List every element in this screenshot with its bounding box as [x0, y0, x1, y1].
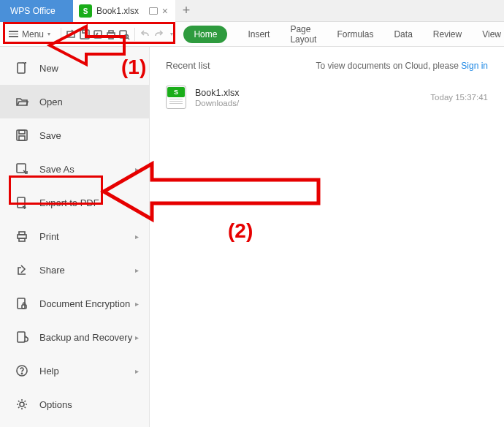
share-icon — [15, 262, 29, 277]
qat-print-preview-icon[interactable] — [92, 26, 104, 42]
ribbon-tab-data[interactable]: Data — [394, 29, 412, 39]
ribbon-tab-home[interactable]: Home — [183, 26, 227, 43]
qat-print-icon[interactable] — [105, 26, 117, 42]
hamburger-icon — [9, 31, 18, 37]
menu-item-options[interactable]: Options — [0, 388, 149, 421]
body-area: New Open Save Save As ▸ Export to PDF Pr… — [0, 47, 504, 427]
svg-point-21 — [21, 373, 22, 374]
menu-item-label: Backup and Recovery — [39, 332, 132, 343]
chevron-down-icon: ▾ — [47, 31, 50, 37]
new-tab-button[interactable]: + — [175, 0, 197, 21]
menu-item-label: New — [39, 63, 58, 74]
menu-item-label: Export to PDF — [39, 197, 99, 208]
tab-close-icon[interactable]: × — [162, 6, 168, 16]
svg-rect-18 — [22, 305, 26, 309]
menu-item-backup[interactable]: Backup and Recovery ▸ — [0, 320, 149, 354]
menu-item-label: Save As — [39, 164, 75, 175]
menu-item-label: Help — [39, 366, 59, 377]
svg-rect-17 — [18, 298, 25, 309]
toolbar: Menu ▾ ▾ Home Insert Page Layout Formula… — [0, 22, 504, 47]
ribbon-tab-formulas[interactable]: Formulas — [337, 29, 373, 39]
document-tab[interactable]: S Book1.xlsx × — [73, 0, 175, 22]
menu-item-save-as[interactable]: Save As ▸ — [0, 152, 149, 186]
menu-item-label: Save — [39, 130, 61, 141]
menu-item-label: Open — [39, 97, 63, 107]
svg-rect-15 — [19, 232, 25, 235]
redo-icon[interactable] — [153, 26, 164, 42]
content-pane: Recent list To view documents on Cloud, … — [150, 47, 504, 427]
plus-icon: + — [183, 3, 191, 18]
qat-preview-icon[interactable] — [118, 26, 130, 42]
ribbon-tab-review[interactable]: Review — [433, 29, 462, 39]
qat-open-icon[interactable] — [66, 26, 77, 42]
spreadsheet-icon: S — [79, 4, 92, 18]
menu-item-label: Share — [39, 265, 65, 276]
recent-list-label: Recent list — [166, 60, 210, 71]
window-restore-icon[interactable] — [149, 7, 158, 15]
menu-item-label: Options — [39, 399, 72, 410]
new-icon — [15, 61, 29, 75]
menu-item-help[interactable]: Help ▸ — [0, 354, 149, 388]
svg-point-22 — [20, 402, 24, 407]
chevron-right-icon: ▸ — [135, 266, 139, 274]
file-menu-sidebar: New Open Save Save As ▸ Export to PDF Pr… — [0, 47, 150, 427]
svg-rect-11 — [19, 136, 25, 140]
menu-item-exit[interactable]: Exit — [0, 421, 149, 427]
help-icon — [15, 363, 29, 378]
menu-item-label: Print — [39, 231, 59, 242]
app-brand: WPS Office — [0, 0, 73, 22]
menu-item-encryption[interactable]: Document Encryption ▸ — [0, 287, 149, 320]
qat-save-icon[interactable] — [79, 26, 91, 42]
menu-item-share[interactable]: Share ▸ — [0, 253, 149, 287]
chevron-right-icon: ▸ — [135, 165, 139, 173]
menu-label: Menu — [22, 29, 44, 39]
menu-button[interactable]: Menu ▾ — [3, 26, 56, 42]
menu-item-new[interactable]: New — [0, 51, 149, 85]
svg-rect-2 — [94, 31, 102, 38]
qat-more-icon[interactable]: ▾ — [170, 31, 173, 37]
cloud-prompt: To view documents on Cloud, please Sign … — [316, 61, 488, 71]
app-name-label: WPS Office — [10, 6, 56, 16]
open-folder-icon — [15, 94, 29, 109]
menu-item-save[interactable]: Save — [0, 118, 149, 152]
undo-icon[interactable] — [140, 26, 151, 42]
svg-rect-19 — [18, 332, 25, 342]
svg-rect-4 — [109, 31, 113, 33]
file-path: Downloads/ — [195, 99, 421, 107]
menu-item-export-pdf[interactable]: Export to PDF — [0, 186, 149, 219]
svg-rect-10 — [19, 130, 25, 134]
tab-title: Book1.xlsx — [96, 6, 145, 16]
svg-rect-8 — [18, 63, 25, 73]
titlebar: WPS Office S Book1.xlsx × + — [0, 0, 504, 22]
save-as-icon — [15, 162, 29, 176]
ribbon-tab-page-layout[interactable]: Page Layout — [290, 24, 316, 45]
sign-in-link[interactable]: Sign in — [461, 61, 488, 71]
backup-icon — [15, 330, 29, 344]
ribbon-tab-view[interactable]: View — [482, 29, 501, 39]
recent-file-row[interactable]: S Book1.xlsx Downloads/ Today 15:37:41 — [166, 81, 488, 113]
file-name: Book1.xlsx — [195, 88, 421, 98]
menu-item-label: Document Encryption — [39, 298, 130, 309]
menu-item-print[interactable]: Print ▸ — [0, 219, 149, 253]
file-info: Book1.xlsx Downloads/ — [195, 88, 421, 107]
chevron-right-icon: ▸ — [135, 300, 139, 308]
svg-rect-16 — [19, 238, 25, 241]
separator — [61, 28, 61, 41]
chevron-right-icon: ▸ — [135, 367, 139, 375]
svg-rect-1 — [83, 30, 87, 33]
gear-icon — [15, 397, 29, 412]
ribbon-tabs: Home Insert Page Layout Formulas Data Re… — [183, 24, 501, 45]
ribbon-tab-insert[interactable]: Insert — [248, 29, 270, 39]
lock-document-icon — [15, 296, 29, 311]
svg-rect-5 — [109, 37, 113, 39]
svg-rect-9 — [17, 130, 27, 140]
export-pdf-icon — [15, 195, 29, 210]
save-icon — [15, 128, 29, 143]
spreadsheet-file-icon: S — [166, 86, 186, 109]
content-header: Recent list To view documents on Cloud, … — [166, 60, 488, 71]
menu-item-open[interactable]: Open — [0, 85, 149, 118]
print-icon — [15, 229, 29, 243]
separator — [134, 28, 135, 41]
file-timestamp: Today 15:37:41 — [430, 93, 488, 102]
chevron-right-icon: ▸ — [135, 233, 139, 241]
